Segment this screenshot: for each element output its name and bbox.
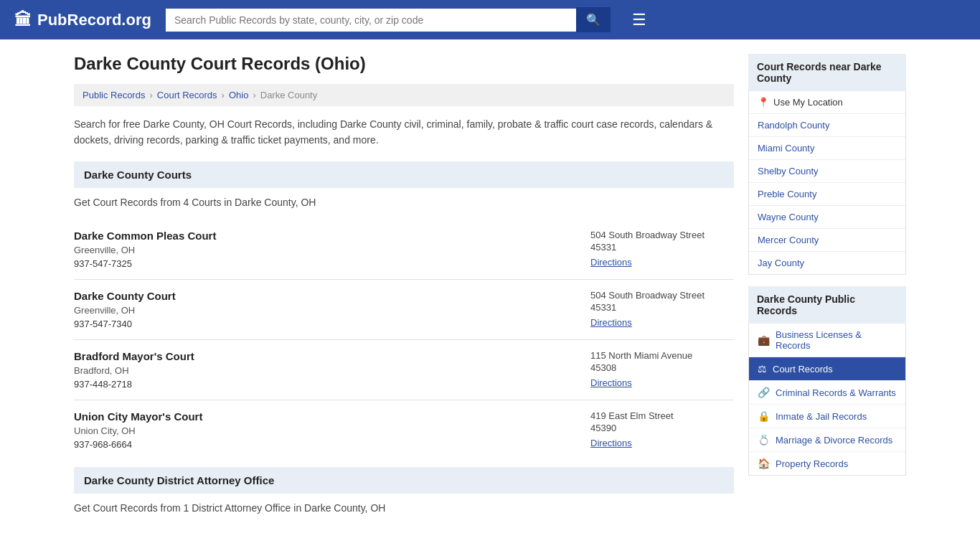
breadcrumb-darke: Darke County <box>260 90 317 100</box>
court-phone[interactable]: 937-547-7325 <box>74 258 216 269</box>
court-city: Greenville, OH <box>74 245 216 255</box>
breadcrumb-sep3: › <box>253 90 255 100</box>
sidebar-item-use-location[interactable]: 📍Use My Location <box>749 91 905 114</box>
sidebar-item-pr-4[interactable]: 💍Marriage & Divorce Records <box>749 428 905 452</box>
court-street: 419 East Elm Street <box>590 410 734 421</box>
page-description: Search for free Darke County, OH Court R… <box>74 116 734 149</box>
court-city: Union City, OH <box>74 425 202 436</box>
court-entry: Darke Common Pleas Court Greenville, OH … <box>74 220 734 280</box>
location-icon: 📍 <box>758 97 769 108</box>
pr-icon: 💍 <box>758 434 770 446</box>
pr-label: Marriage & Divorce Records <box>776 435 892 446</box>
court-zip: 45308 <box>590 362 734 373</box>
directions-link[interactable]: Directions <box>590 257 632 268</box>
breadcrumb-public-records[interactable]: Public Records <box>83 90 145 100</box>
courts-section-desc: Get Court Records from 4 Courts in Darke… <box>74 197 734 208</box>
sidebar-item-county-4[interactable]: Wayne County <box>749 206 905 229</box>
menu-button[interactable]: ☰ <box>632 11 646 29</box>
court-name[interactable]: Darke Common Pleas Court <box>74 230 216 242</box>
court-street: 504 South Broadway Street <box>590 230 734 240</box>
court-entry: Darke County Court Greenville, OH 937-54… <box>74 280 734 340</box>
pr-label: Court Records <box>773 364 833 375</box>
sidebar-item-pr-2[interactable]: 🔗Criminal Records & Warrants <box>749 381 905 405</box>
pr-label: Inmate & Jail Records <box>776 411 867 422</box>
court-zip: 45331 <box>590 242 734 253</box>
district-section-header: Darke County District Attorney Office <box>74 467 734 494</box>
sidebar-item-county-5[interactable]: Mercer County <box>749 229 905 252</box>
sidebar-item-county-3[interactable]: Preble County <box>749 183 905 206</box>
court-name[interactable]: Union City Mayor's Court <box>74 410 202 423</box>
court-phone[interactable]: 937-547-7340 <box>74 319 176 329</box>
pr-icon: 🔒 <box>758 410 770 422</box>
court-phone[interactable]: 937-968-6664 <box>74 439 202 450</box>
sidebar-item-county-1[interactable]: Miami County <box>749 137 905 160</box>
sidebar-item-pr-3[interactable]: 🔒Inmate & Jail Records <box>749 405 905 428</box>
main-content: Darke County Court Records (Ohio) Public… <box>74 54 734 525</box>
pr-label: Business Licenses & Records <box>776 329 897 351</box>
pr-label: Property Records <box>776 458 848 469</box>
sidebar: Court Records near Darke County 📍Use My … <box>748 54 906 525</box>
breadcrumb: Public Records › Court Records › Ohio › … <box>74 84 734 106</box>
sidebar-item-pr-0[interactable]: 💼Business Licenses & Records <box>749 324 905 357</box>
logo-icon: 🏛 <box>14 10 32 30</box>
court-address: 115 North Miami Avenue 45308 Directions <box>590 350 734 390</box>
page-title: Darke County Court Records (Ohio) <box>74 54 734 74</box>
court-entry: Bradford Mayor's Court Bradford, OH 937-… <box>74 340 734 400</box>
logo-text: PubRecord.org <box>37 11 151 29</box>
breadcrumb-court-records[interactable]: Court Records <box>157 90 217 100</box>
court-entry: Union City Mayor's Court Union City, OH … <box>74 400 734 460</box>
nearby-counties-list: 📍Use My LocationRandolph CountyMiami Cou… <box>748 91 906 275</box>
sidebar-item-county-6[interactable]: Jay County <box>749 252 905 274</box>
court-street: 504 South Broadway Street <box>590 290 734 301</box>
court-address: 419 East Elm Street 45390 Directions <box>590 410 734 450</box>
court-info: Bradford Mayor's Court Bradford, OH 937-… <box>74 350 194 390</box>
main-container: Darke County Court Records (Ohio) Public… <box>60 39 920 540</box>
directions-link[interactable]: Directions <box>590 317 632 328</box>
court-street: 115 North Miami Avenue <box>590 350 734 361</box>
pr-icon: 💼 <box>758 334 770 346</box>
court-info: Darke Common Pleas Court Greenville, OH … <box>74 230 216 269</box>
court-address: 504 South Broadway Street 45331 Directio… <box>590 290 734 329</box>
sidebar-item-county-2[interactable]: Shelby County <box>749 160 905 183</box>
court-name[interactable]: Bradford Mayor's Court <box>74 350 194 362</box>
directions-link[interactable]: Directions <box>590 438 632 448</box>
search-area: 🔍 <box>166 7 611 32</box>
use-location-label: Use My Location <box>773 97 843 108</box>
directions-link[interactable]: Directions <box>590 377 632 388</box>
court-city: Bradford, OH <box>74 365 194 376</box>
pr-icon: 🔗 <box>758 387 770 398</box>
search-icon: 🔍 <box>586 14 600 26</box>
court-info: Union City Mayor's Court Union City, OH … <box>74 410 202 450</box>
site-header: 🏛 PubRecord.org 🔍 ☰ <box>0 0 980 39</box>
court-name[interactable]: Darke County Court <box>74 290 176 302</box>
search-button[interactable]: 🔍 <box>576 7 611 32</box>
nearby-section-title: Court Records near Darke County <box>748 54 906 91</box>
menu-icon: ☰ <box>632 11 646 29</box>
search-input[interactable] <box>166 9 576 32</box>
breadcrumb-sep1: › <box>149 90 152 100</box>
court-zip: 45331 <box>590 302 734 313</box>
logo[interactable]: 🏛 PubRecord.org <box>14 10 151 30</box>
sidebar-item-county-0[interactable]: Randolph County <box>749 114 905 137</box>
public-records-list: 💼Business Licenses & Records⚖Court Recor… <box>748 324 906 476</box>
courts-section-header: Darke County Courts <box>74 161 734 188</box>
court-address: 504 South Broadway Street 45331 Directio… <box>590 230 734 269</box>
pr-icon: ⚖ <box>758 363 767 375</box>
pr-label: Criminal Records & Warrants <box>776 387 896 398</box>
breadcrumb-sep2: › <box>222 90 225 100</box>
district-section: Darke County District Attorney Office Ge… <box>74 467 734 514</box>
court-info: Darke County Court Greenville, OH 937-54… <box>74 290 176 329</box>
district-section-desc: Get Court Records from 1 District Attorn… <box>74 502 734 514</box>
breadcrumb-ohio[interactable]: Ohio <box>229 90 248 100</box>
court-zip: 45390 <box>590 423 734 433</box>
public-records-section-title: Darke County Public Records <box>748 286 906 324</box>
court-city: Greenville, OH <box>74 305 176 316</box>
courts-list: Darke Common Pleas Court Greenville, OH … <box>74 220 734 460</box>
pr-icon: 🏠 <box>758 458 770 469</box>
sidebar-item-pr-5[interactable]: 🏠Property Records <box>749 452 905 475</box>
court-phone[interactable]: 937-448-2718 <box>74 379 194 390</box>
sidebar-item-pr-1[interactable]: ⚖Court Records <box>749 357 905 381</box>
